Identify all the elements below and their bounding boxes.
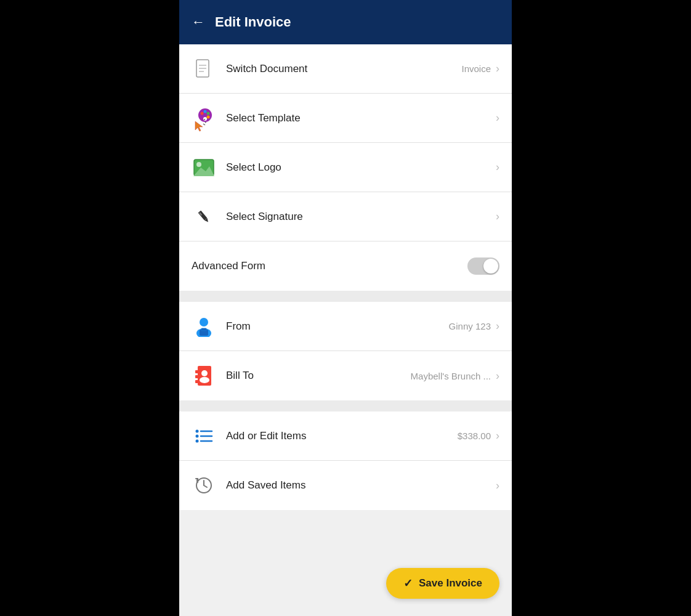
list-icon <box>192 427 216 445</box>
chevron-icon: › <box>496 479 499 492</box>
svg-point-8 <box>207 115 210 118</box>
advanced-form-toggle[interactable] <box>467 257 499 275</box>
contact-book-icon <box>192 365 216 386</box>
image-icon <box>192 159 216 176</box>
document-icon <box>192 59 216 79</box>
chevron-icon: › <box>496 62 499 75</box>
svg-point-15 <box>196 162 201 167</box>
svg-point-6 <box>204 110 207 113</box>
svg-point-5 <box>201 111 204 115</box>
section-2: From Ginny 123 › Bill To Maybell's Brunc… <box>179 302 512 400</box>
save-invoice-button[interactable]: ✓ Save Invoice <box>386 568 499 599</box>
select-signature-item[interactable]: Select Signature › <box>179 192 512 241</box>
chevron-icon: › <box>496 320 499 333</box>
phone-container: ← Edit Invoice Switch Document Invoice › <box>179 0 512 616</box>
bill-to-value: Maybell's Brunch ... <box>411 371 491 381</box>
section-3: Add or Edit Items $338.00 › Add Saved It… <box>179 411 512 510</box>
switch-document-label: Switch Document <box>226 63 461 75</box>
svg-point-29 <box>200 377 209 383</box>
chevron-icon: › <box>496 161 499 174</box>
toggle-knob <box>483 259 498 274</box>
svg-line-10 <box>204 119 205 120</box>
chevron-icon: › <box>496 370 499 383</box>
advanced-form-label: Advanced Form <box>192 260 467 272</box>
select-signature-label: Select Signature <box>226 211 496 223</box>
section-divider-1 <box>179 291 512 302</box>
save-button-container: ✓ Save Invoice <box>386 568 499 599</box>
back-button[interactable]: ← <box>192 14 205 30</box>
add-edit-items-value: $338.00 <box>458 431 491 441</box>
bill-to-label: Bill To <box>226 370 411 382</box>
select-template-label: Select Template <box>226 112 496 124</box>
svg-point-7 <box>207 111 210 115</box>
svg-point-34 <box>196 434 199 437</box>
switch-document-item[interactable]: Switch Document Invoice › <box>179 44 512 94</box>
add-saved-items-item[interactable]: Add Saved Items › <box>179 461 512 510</box>
section-1: Switch Document Invoice › <box>179 44 512 291</box>
select-logo-item[interactable]: Select Logo › <box>179 143 512 192</box>
svg-point-28 <box>201 370 208 376</box>
header: ← Edit Invoice <box>179 0 512 44</box>
history-icon <box>192 476 216 495</box>
svg-point-33 <box>196 429 199 432</box>
svg-rect-27 <box>195 380 198 383</box>
chevron-icon: › <box>496 111 499 124</box>
svg-line-12 <box>203 124 205 125</box>
select-logo-label: Select Logo <box>226 161 496 174</box>
template-icon <box>192 103 222 134</box>
chevron-icon: › <box>496 429 499 442</box>
switch-document-value: Invoice <box>461 63 491 74</box>
add-edit-items-item[interactable]: Add or Edit Items $338.00 › <box>179 411 512 461</box>
svg-rect-25 <box>195 370 198 373</box>
svg-line-11 <box>205 122 206 123</box>
chevron-icon: › <box>496 210 499 223</box>
svg-point-20 <box>200 318 208 326</box>
bill-to-item[interactable]: Bill To Maybell's Brunch ... › <box>179 351 512 400</box>
svg-marker-13 <box>195 121 203 131</box>
pen-icon <box>192 209 216 225</box>
select-template-item[interactable]: Select Template › <box>179 94 512 143</box>
svg-point-35 <box>196 439 199 442</box>
add-edit-items-label: Add or Edit Items <box>226 430 458 442</box>
save-invoice-label: Save Invoice <box>419 577 482 590</box>
checkmark-icon: ✓ <box>403 577 413 590</box>
svg-rect-26 <box>195 375 198 378</box>
page-title: Edit Invoice <box>215 14 291 30</box>
from-value: Ginny 123 <box>449 321 491 331</box>
section-divider-2 <box>179 400 512 411</box>
person-icon <box>192 316 216 337</box>
add-saved-items-label: Add Saved Items <box>226 479 496 492</box>
from-label: From <box>226 320 449 333</box>
svg-rect-23 <box>201 328 206 331</box>
advanced-form-item[interactable]: Advanced Form <box>179 241 512 291</box>
svg-rect-17 <box>198 210 208 220</box>
from-item[interactable]: From Ginny 123 › <box>179 302 512 351</box>
